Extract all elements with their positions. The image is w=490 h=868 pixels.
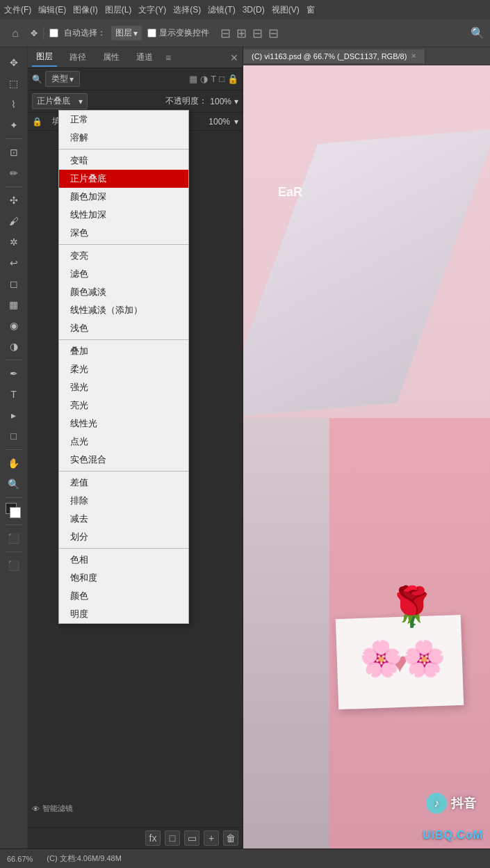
blur-btn[interactable]: ◉ — [4, 316, 24, 335]
menu-file[interactable]: 文件(F) — [4, 4, 31, 16]
clone-stamp-btn[interactable]: ✲ — [4, 232, 24, 252]
blend-item-hard-light[interactable]: 强光 — [59, 378, 188, 396]
new-group-button[interactable]: ▭ — [184, 830, 199, 846]
blend-item-dark-color[interactable]: 深色 — [59, 224, 188, 242]
blend-item-darken[interactable]: 变暗 — [59, 152, 188, 170]
blend-item-color-dodge[interactable]: 颜色减淡 — [59, 283, 188, 301]
home-button[interactable]: ⌂ — [6, 24, 25, 43]
move-tool[interactable]: ✥ — [31, 29, 38, 38]
blend-item-divide[interactable]: 划分 — [59, 528, 188, 546]
text-btn[interactable]: T — [4, 385, 24, 404]
blend-item-saturation[interactable]: 饱和度 — [59, 569, 188, 587]
fill-dropdown-arrow[interactable]: ▾ — [234, 117, 238, 127]
blend-item-exclusion[interactable]: 排除 — [59, 492, 188, 510]
align-icon-1[interactable]: ⊟ — [220, 26, 231, 41]
blend-item-linear-dodge[interactable]: 线性减淡（添加） — [59, 301, 188, 319]
menu-image[interactable]: 图像(I) — [73, 4, 97, 16]
menu-edit[interactable]: 编辑(E) — [38, 4, 66, 16]
blend-item-hard-mix[interactable]: 实色混合 — [59, 451, 188, 469]
layer-filter-shape[interactable]: □ — [219, 74, 224, 84]
brush-btn[interactable]: 🖌 — [4, 211, 24, 231]
search-button[interactable]: 🔍 — [471, 26, 484, 40]
move-tool-btn[interactable]: ✥ — [4, 53, 24, 72]
menu-3d[interactable]: 3D(D) — [243, 5, 265, 15]
blend-item-vivid-light[interactable]: 亮光 — [59, 396, 188, 415]
layer-filter-type[interactable]: T — [211, 74, 216, 84]
zoom-btn[interactable]: 🔍 — [4, 474, 24, 494]
blend-item-color-burn[interactable]: 颜色加深 — [59, 188, 188, 206]
menu-window[interactable]: 窗 — [307, 4, 315, 16]
quick-mask-btn[interactable]: ⬛ — [4, 529, 24, 548]
layer-action-buttons: fx □ ▭ + 🗑 — [28, 827, 243, 849]
tab-properties[interactable]: 属性 — [99, 49, 124, 66]
show-transform-checkbox[interactable] — [147, 29, 156, 38]
blend-item-color[interactable]: 颜色 — [59, 587, 188, 605]
menu-filter[interactable]: 滤镜(T) — [208, 4, 235, 16]
menu-select[interactable]: 选择(S) — [173, 4, 201, 16]
canvas-tab-active[interactable]: (C) vi1163.psd @ 66.7% (_DSC1137, RGB/8)… — [243, 49, 425, 63]
tab-channels[interactable]: 通道 — [132, 49, 157, 66]
panel-menu-btn[interactable]: ≡ — [165, 52, 171, 63]
menu-layer[interactable]: 图层(L) — [105, 4, 132, 16]
blend-item-lighten[interactable]: 变亮 — [59, 247, 188, 265]
blend-item-multiply[interactable]: 正片叠底 — [59, 170, 188, 188]
opacity-dropdown-arrow[interactable]: ▾ — [234, 97, 238, 106]
magic-wand-btn[interactable]: ✦ — [4, 115, 24, 135]
dodge-btn[interactable]: ◑ — [4, 337, 24, 356]
panel-close-btn[interactable]: ✕ — [230, 52, 238, 63]
blend-item-dissolve[interactable]: 溶解 — [59, 129, 188, 147]
shape-btn[interactable]: □ — [4, 426, 24, 446]
auto-select-checkbox[interactable] — [49, 29, 58, 38]
blend-item-light-color[interactable]: 浅色 — [59, 319, 188, 337]
tab-layers[interactable]: 图层 — [32, 48, 57, 67]
menu-view[interactable]: 视图(V) — [272, 4, 300, 16]
delete-layer-button[interactable]: 🗑 — [223, 830, 238, 846]
align-icon-3[interactable]: ⊟ — [252, 26, 263, 41]
blend-item-difference[interactable]: 差值 — [59, 474, 188, 492]
blend-item-soft-light[interactable]: 柔光 — [59, 360, 188, 378]
hand-btn[interactable]: ✋ — [4, 453, 24, 473]
blend-item-screen[interactable]: 滤色 — [59, 265, 188, 283]
layer-filter-smart[interactable]: 🔒 — [227, 74, 238, 84]
screen-mode-btn[interactable]: ⬛ — [4, 556, 24, 575]
eraser-btn[interactable]: ◻ — [4, 274, 24, 294]
gradient-btn[interactable]: ▦ — [4, 295, 24, 314]
blend-item-hue[interactable]: 色相 — [59, 551, 188, 569]
blend-item-linear-burn[interactable]: 线性加深 — [59, 206, 188, 224]
history-brush-btn[interactable]: ↩ — [4, 253, 24, 273]
blend-mode-dropdown[interactable]: 正片叠底 ▾ — [32, 93, 88, 109]
fill-value[interactable]: 100% — [209, 117, 230, 127]
opacity-value[interactable]: 100% — [210, 97, 231, 106]
eye-icon-filter[interactable]: 👁 — [32, 805, 40, 813]
canvas-tab-close-btn[interactable]: ✕ — [411, 52, 416, 60]
lasso-tool-btn[interactable]: ⌇ — [4, 95, 24, 114]
blend-item-linear-light[interactable]: 线性光 — [59, 415, 188, 433]
blend-sep-5 — [59, 548, 188, 549]
layer-type-dropdown[interactable]: 类型 ▾ — [45, 71, 80, 87]
auto-select-dropdown[interactable]: 图层 ▾ — [111, 26, 142, 40]
layer-filter-adjustment[interactable]: ◑ — [200, 74, 208, 84]
new-layer-button[interactable]: + — [204, 830, 219, 846]
foreground-color-btn[interactable] — [4, 501, 24, 521]
eyedropper-btn[interactable]: ✏ — [4, 163, 24, 183]
healing-brush-btn[interactable]: ✣ — [4, 191, 24, 210]
pen-btn[interactable]: ✒ — [4, 364, 24, 383]
fx-button[interactable]: fx — [145, 830, 161, 846]
tab-paths[interactable]: 路径 — [65, 49, 90, 66]
add-mask-button[interactable]: □ — [165, 830, 180, 846]
blend-item-normal[interactable]: 正常 — [59, 111, 188, 129]
tool-sep-1 — [6, 138, 22, 139]
layer-filter-pixel[interactable]: ▦ — [189, 74, 197, 84]
crop-tool-btn[interactable]: ⊡ — [4, 143, 24, 162]
align-icon-4[interactable]: ⊟ — [268, 26, 279, 41]
align-icon-2[interactable]: ⊞ — [236, 26, 247, 41]
path-select-btn[interactable]: ▸ — [4, 405, 24, 425]
show-transform-checkbox-row[interactable]: 显示变换控件 — [147, 27, 209, 39]
menu-text[interactable]: 文字(Y) — [138, 4, 166, 16]
marquee-tool-btn[interactable]: ⬚ — [4, 74, 24, 93]
blend-mode-menu[interactable]: 正常 溶解 变暗 正片叠底 颜色加深 线性加深 深色 变亮 滤色 颜色减淡 线性… — [58, 110, 189, 624]
blend-item-overlay[interactable]: 叠加 — [59, 342, 188, 360]
blend-item-luminosity[interactable]: 明度 — [59, 605, 188, 623]
blend-item-pin-light[interactable]: 点光 — [59, 433, 188, 451]
blend-item-subtract[interactable]: 减去 — [59, 510, 188, 528]
